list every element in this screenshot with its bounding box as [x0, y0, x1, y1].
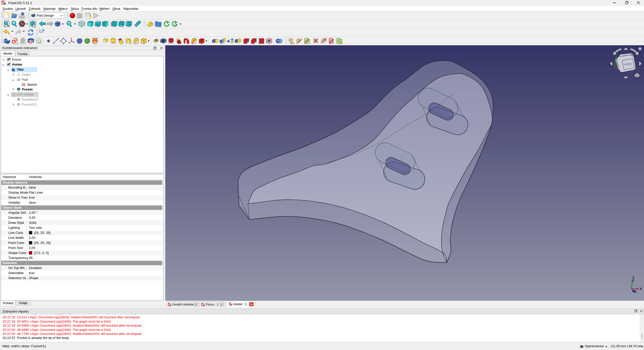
svg-text:Y: Y [632, 276, 634, 280]
svg-text:Z: Z [635, 290, 636, 293]
svg-text:?: ? [42, 29, 45, 34]
svg-text:X: X [640, 287, 642, 291]
